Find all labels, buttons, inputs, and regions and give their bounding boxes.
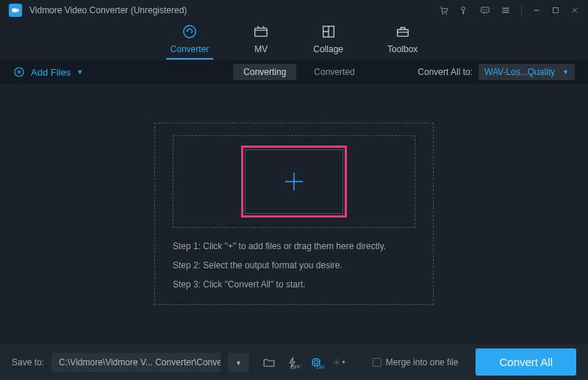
chevron-down-icon: ▼ [76, 68, 83, 76]
window-title: Vidmore Video Converter (Unregistered) [29, 5, 187, 15]
save-path[interactable]: C:\Vidmore\Vidmore V... Converter\Conver… [51, 353, 220, 372]
cart-icon[interactable] [439, 5, 449, 15]
main-area: Step 1: Click "+" to add files or drag t… [0, 84, 588, 343]
on-badge: ON [316, 365, 324, 370]
collage-icon [320, 24, 337, 40]
hw-accel-off-button[interactable]: OFF [286, 356, 299, 369]
drop-zone[interactable]: Step 1: Click "+" to add files or drag t… [154, 123, 434, 305]
step-1: Step 1: Click "+" to add files or drag t… [173, 241, 415, 251]
minimize-icon[interactable] [532, 6, 541, 15]
tab-mv[interactable]: MV [253, 24, 269, 59]
segment-converted[interactable]: Converted [314, 67, 354, 77]
svg-rect-0 [12, 9, 18, 12]
tab-label: Toolbox [387, 44, 417, 54]
key-icon[interactable] [459, 5, 470, 15]
save-to-label: Save to: [12, 357, 44, 368]
titlebar-actions [439, 5, 579, 15]
toolbox-icon [395, 24, 411, 40]
footer: Save to: C:\Vidmore\Vidmore V... Convert… [0, 343, 588, 380]
tab-collage[interactable]: Collage [313, 24, 343, 59]
svg-point-16 [336, 361, 338, 363]
camera-icon [11, 6, 20, 15]
add-files-frame[interactable] [241, 146, 347, 218]
segment-converting[interactable]: Converting [233, 64, 296, 80]
footer-icons: OFF ON ▼ [262, 356, 346, 369]
svg-rect-15 [315, 360, 318, 364]
status-segment: Converting Converted [233, 64, 354, 80]
folder-icon [262, 356, 276, 369]
merge-label: Merge into one file [386, 357, 459, 368]
titlebar: Vidmore Video Converter (Unregistered) [0, 0, 588, 21]
tab-label: Collage [313, 44, 343, 54]
svg-rect-8 [553, 8, 559, 13]
convert-all-button[interactable]: Convert All [476, 348, 576, 376]
save-path-dropdown[interactable]: ▼ [228, 353, 249, 372]
plus-circle-icon [13, 66, 25, 78]
chevron-down-icon: ▼ [562, 68, 569, 76]
svg-rect-10 [255, 28, 268, 36]
step-3: Step 3: Click "Convert All" to start. [173, 279, 415, 290]
merge-checkbox[interactable]: Merge into one file [373, 357, 459, 368]
hw-accel-on-button[interactable]: ON [309, 356, 323, 369]
app-logo [9, 4, 22, 17]
maximize-icon[interactable] [551, 6, 560, 15]
svg-point-2 [445, 13, 446, 14]
menu-icon[interactable] [501, 5, 511, 15]
settings-button[interactable]: ▼ [333, 356, 346, 369]
tab-label: Converter [171, 44, 209, 54]
converter-icon [182, 24, 198, 40]
svg-point-5 [483, 10, 484, 10]
gear-icon [333, 356, 340, 369]
svg-rect-12 [397, 29, 408, 36]
tab-converter[interactable]: Converter [171, 24, 209, 59]
svg-point-3 [462, 7, 465, 10]
tab-label: MV [254, 44, 268, 54]
checkbox-icon [373, 358, 381, 367]
convert-to-label: Convert All to: [417, 67, 473, 77]
off-badge: OFF [290, 365, 301, 370]
add-files-button[interactable]: Add Files ▼ [13, 66, 83, 78]
steps: Step 1: Click "+" to add files or drag t… [173, 241, 415, 290]
add-files-label: Add Files [31, 67, 71, 78]
tab-toolbox[interactable]: Toolbox [387, 24, 417, 59]
step-2: Step 2: Select the output format you des… [173, 260, 415, 270]
separator [521, 5, 522, 15]
svg-point-7 [487, 10, 487, 10]
open-folder-button[interactable] [262, 356, 276, 369]
main-tabs: Converter MV Collage Toolbox [0, 21, 588, 60]
chevron-down-icon: ▼ [235, 359, 242, 367]
mv-icon [253, 24, 269, 40]
close-icon[interactable] [570, 6, 579, 15]
feedback-icon[interactable] [480, 5, 490, 15]
svg-point-9 [184, 26, 196, 38]
drop-inner [173, 135, 415, 228]
format-value: WAV-Los...Quality [484, 67, 555, 77]
svg-point-1 [442, 13, 443, 14]
chevron-down-icon: ▼ [341, 359, 346, 365]
convert-all-to: Convert All to: WAV-Los...Quality ▼ [417, 64, 575, 80]
svg-point-6 [485, 10, 486, 10]
format-select[interactable]: WAV-Los...Quality ▼ [478, 64, 575, 80]
toolbar: Add Files ▼ Converting Converted Convert… [0, 60, 588, 84]
